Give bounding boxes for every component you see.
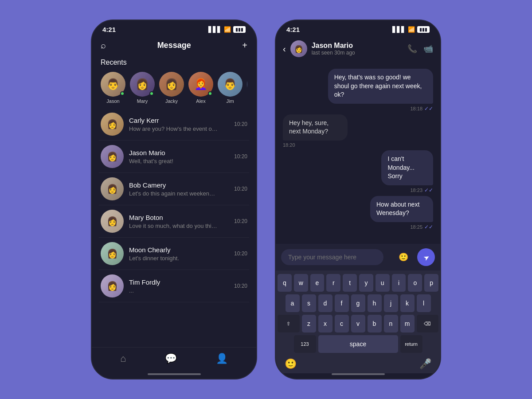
chat-maryb[interactable]: 👩 Mary Boton Love it so much, what do yo…: [99, 205, 249, 238]
key-k[interactable]: k: [400, 294, 415, 312]
key-a[interactable]: a: [286, 294, 300, 312]
message-sent-3: How about next Wenesday?: [370, 196, 433, 222]
recent-mary[interactable]: 👩 Mary: [130, 72, 155, 104]
key-shift[interactable]: ⇧: [278, 315, 300, 332]
key-123[interactable]: 123: [294, 335, 316, 353]
recents-section: Recents 👨 Jason 👩: [92, 55, 256, 108]
recent-alex[interactable]: 👩‍🦰 Alex: [188, 72, 213, 104]
recents-list: 👨 Jason 👩 Mary: [101, 72, 247, 104]
key-l[interactable]: l: [417, 294, 431, 312]
microphone-icon[interactable]: 🎤: [419, 358, 431, 370]
chat-time-bob: 10:20: [234, 186, 247, 192]
recent-name-mary: Mary: [137, 98, 148, 104]
emoji-icon-input[interactable]: 🙂: [399, 252, 408, 262]
double-tick-3: ✓✓: [424, 224, 433, 230]
keyboard-row-2: a s d f g h j k l: [278, 294, 438, 312]
send-button[interactable]: ➤: [417, 248, 435, 266]
key-h[interactable]: h: [368, 294, 382, 312]
key-return[interactable]: return: [400, 335, 422, 353]
message-input-wrap: 🙂: [281, 249, 414, 265]
key-j[interactable]: j: [384, 294, 398, 312]
wifi-icon-2: 📶: [408, 26, 415, 33]
recent-name-jason: Jason: [106, 98, 119, 104]
key-f[interactable]: f: [335, 294, 349, 312]
send-icon: ➤: [422, 252, 431, 262]
recent-name-jim: Jim: [226, 98, 234, 104]
key-r[interactable]: r: [326, 274, 340, 292]
key-v[interactable]: v: [351, 315, 365, 332]
recents-title: Recents: [101, 59, 247, 66]
message-input[interactable]: [281, 249, 383, 265]
add-icon[interactable]: +: [242, 40, 247, 51]
key-w[interactable]: w: [294, 274, 308, 292]
search-icon[interactable]: ⌕: [101, 40, 106, 51]
msg-group-recv-1: Hey hey, sure, next Monday? 18:20: [283, 114, 376, 148]
home-bar-2: [332, 373, 385, 375]
recent-avatar-wrap-jason: 👨: [101, 72, 125, 97]
key-e[interactable]: e: [310, 274, 325, 292]
chat-list: 👩 Carly Kerr How are you? How's the even…: [92, 108, 256, 347]
phone-messages: 4:21 ▋▋▋ 📶 ▮▮▮ ⌕ Message + Recents 👨: [91, 20, 257, 379]
key-q[interactable]: q: [278, 274, 292, 292]
recent-jim[interactable]: 👨 Jim: [218, 72, 243, 104]
chat-tim[interactable]: 👩 Tim Fordly ... 10:20: [99, 270, 249, 302]
key-i[interactable]: i: [392, 274, 406, 292]
chat-moon[interactable]: 👩 Moon Chearly Let's dinner tonight. 10:…: [99, 238, 249, 270]
chat-carly[interactable]: 👩 Carly Kerr How are you? How's the even…: [99, 108, 249, 141]
signal-icon: ▋▋▋: [208, 26, 222, 33]
key-c[interactable]: c: [335, 315, 349, 332]
chat-time-carly: 10:20: [234, 121, 247, 127]
key-t[interactable]: t: [343, 274, 357, 292]
msg-time-sent-2: 18:23: [410, 188, 422, 193]
signal-icon-2: ▋▋▋: [392, 26, 406, 33]
msg-time-sent-3: 18:25: [410, 224, 422, 230]
key-o[interactable]: o: [408, 274, 422, 292]
key-m[interactable]: m: [400, 315, 415, 332]
recent-name-jacky: Jacky: [165, 98, 178, 104]
keyboard-row-3: ⇧ z x c v b n m ⌫: [278, 315, 438, 332]
recent-avatar-wrap-timmy: 👨: [247, 72, 247, 97]
chat-time-jason: 10:20: [234, 153, 247, 160]
recent-avatar-wrap-jim: 👨: [218, 72, 243, 97]
msg-time-sent-1: 18:18: [410, 106, 422, 111]
recent-jason[interactable]: 👨 Jason: [101, 72, 125, 104]
key-g[interactable]: g: [351, 294, 365, 312]
tab-profile-icon[interactable]: 👤: [216, 353, 228, 364]
chat-header: ‹ 👩 Jason Mario last seen 30m ago 📞 📹: [276, 36, 440, 62]
key-b[interactable]: b: [368, 315, 382, 332]
msg-meta-recv-1: 18:20: [283, 142, 295, 148]
tab-home-icon[interactable]: ⌂: [120, 353, 126, 364]
key-u[interactable]: u: [376, 274, 390, 292]
key-backspace[interactable]: ⌫: [417, 315, 439, 332]
key-n[interactable]: n: [384, 315, 398, 332]
key-x[interactable]: x: [318, 315, 332, 332]
video-call-icon[interactable]: 📹: [423, 44, 433, 54]
phone-call-icon[interactable]: 📞: [407, 44, 417, 54]
emoji-keyboard-icon[interactable]: 🙂: [285, 358, 297, 370]
back-button[interactable]: ‹: [283, 44, 286, 54]
msg-time-recv-1: 18:20: [283, 142, 295, 148]
chat-jason[interactable]: 👩 Jason Mario Well, that's great! 10:20: [99, 141, 249, 173]
chat-header-info: Jason Mario last seen 30m ago: [312, 42, 403, 56]
msg-group-sent-2: I can't Monday... Sorry 18:23 ✓✓: [359, 150, 433, 193]
recent-avatar-jim: 👨: [218, 72, 243, 97]
chat-time-moon: 10:20: [234, 250, 247, 257]
chat-avatar-jason: 👩: [101, 145, 124, 168]
tab-messages-icon[interactable]: 💬: [165, 353, 177, 364]
key-y[interactable]: y: [359, 274, 373, 292]
key-z[interactable]: z: [302, 315, 316, 332]
chat-preview-maryb: Love it so much, what do you think?: [129, 223, 218, 229]
recent-timmy[interactable]: 👨 Timmy: [247, 72, 247, 104]
chat-preview-tim: ...: [129, 287, 218, 294]
key-space[interactable]: space: [318, 335, 398, 353]
chat-bob[interactable]: 👩 Bob Camery Let's do this again next we…: [99, 173, 249, 205]
phone-chat: 4:21 ▋▋▋ 📶 ▮▮▮ ‹ 👩 Jason Mario last seen…: [275, 20, 441, 379]
key-p[interactable]: p: [424, 274, 438, 292]
key-s[interactable]: s: [302, 294, 316, 312]
key-d[interactable]: d: [318, 294, 332, 312]
wifi-icon: 📶: [224, 26, 231, 33]
msg-meta-sent-1: 18:18 ✓✓: [410, 106, 433, 112]
contact-status: last seen 30m ago: [312, 50, 403, 56]
recent-jacky[interactable]: 👩 Jacky: [159, 72, 184, 104]
chat-preview-moon: Let's dinner tonight.: [129, 255, 218, 262]
